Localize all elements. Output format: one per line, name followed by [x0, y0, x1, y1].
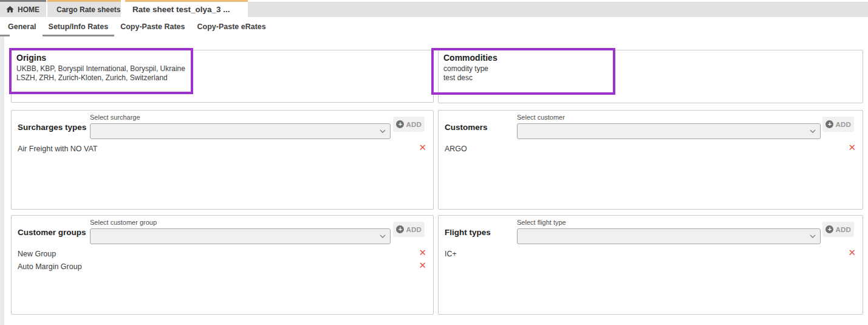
tab-label: HOME [18, 5, 39, 14]
panel-title: Surcharges types [18, 123, 86, 132]
select-label: Select customer group [90, 219, 157, 226]
add-button-label: ADD [835, 121, 851, 128]
customers-panel: Customers Select customer + ADD ARGO✕ [438, 110, 863, 210]
panel-title: Customers [445, 123, 488, 132]
customer-groups-panel: Customer groups Select customer group + … [11, 215, 434, 315]
tab-rate-sheet-test[interactable]: Rate sheet test_olya_3 ... [125, 0, 248, 17]
chevron-down-icon [810, 234, 816, 239]
commodity-row: test desc [443, 74, 488, 83]
list-item: New Group✕ [18, 247, 426, 260]
customers-list: ARGO✕ [445, 142, 856, 155]
add-surcharge-button[interactable]: + ADD [393, 117, 425, 132]
origins-title: Origins [16, 53, 46, 63]
item-label: ARGO [445, 145, 467, 153]
chevron-down-icon [380, 129, 386, 134]
list-item: Air Freight with NO VAT✕ [18, 142, 426, 155]
nav-copy-paste-rates[interactable]: Copy-Paste Rates [114, 19, 191, 36]
left-gutter [0, 35, 4, 325]
add-button-label: ADD [406, 226, 422, 233]
select-label: Select customer [517, 114, 565, 121]
chevron-down-icon [380, 234, 386, 239]
remove-icon[interactable]: ✕ [419, 142, 426, 153]
flight-types-list: IC+✕ [445, 247, 856, 260]
tab-label: Cargo Rate sheets [56, 5, 120, 14]
commodity-row: comodity type [443, 64, 488, 74]
surcharge-select[interactable] [90, 123, 391, 139]
item-label: Auto Margin Group [18, 262, 82, 271]
plus-circle-icon: + [396, 225, 404, 233]
select-label: Select flight type [517, 219, 566, 226]
nav-copy-paste-erates[interactable]: Copy-Paste eRates [191, 19, 272, 36]
remove-icon[interactable]: ✕ [419, 260, 426, 271]
nav-setup-info-rates[interactable]: Setup/Info Rates [43, 19, 115, 36]
select-label: Select surcharge [90, 114, 140, 121]
remove-icon[interactable]: ✕ [419, 247, 426, 258]
panel-title: Flight types [445, 228, 491, 237]
add-button-label: ADD [835, 226, 851, 233]
item-label: Air Freight with NO VAT [18, 145, 98, 153]
customer-select[interactable] [517, 123, 821, 139]
list-item: IC+✕ [445, 247, 856, 260]
flight-type-select[interactable] [517, 228, 821, 244]
chevron-down-icon [810, 129, 816, 134]
panel-title: Customer groups [18, 228, 86, 237]
home-icon [5, 5, 15, 14]
tab-cargo-rate-sheets[interactable]: Cargo Rate sheets [47, 0, 121, 17]
add-flight-type-button[interactable]: + ADD [822, 222, 854, 237]
window-tab-bar: HOME Cargo Rate sheets Rate sheet test_o… [0, 0, 868, 17]
customer-groups-list: New Group✕Auto Margin Group✕ [18, 247, 426, 273]
origin-row: UKBB, KBP, Boryspil International, Borys… [16, 64, 185, 74]
tab-bar-background [248, 2, 868, 17]
surcharges-types-panel: Surcharges types Select surcharge + ADD … [11, 110, 434, 210]
remove-icon[interactable]: ✕ [848, 142, 856, 153]
tab-label: Rate sheet test_olya_3 ... [132, 5, 230, 14]
commodities-title: Commodities [443, 53, 497, 63]
commodities-panel: Commodities comodity type test desc [438, 50, 863, 103]
origins-lines: UKBB, KBP, Boryspil International, Borys… [16, 64, 185, 83]
item-label: IC+ [445, 250, 457, 258]
add-customer-button[interactable]: + ADD [822, 117, 854, 132]
plus-circle-icon: + [825, 225, 833, 233]
plus-circle-icon: + [396, 120, 404, 128]
commodities-lines: comodity type test desc [443, 64, 488, 83]
section-nav: General Setup/Info Rates Copy-Paste Rate… [2, 19, 272, 36]
add-button-label: ADD [406, 121, 422, 128]
flight-types-panel: Flight types Select flight type + ADD IC… [438, 215, 863, 315]
left-gutter-cap [0, 35, 10, 36]
list-item: Auto Margin Group✕ [18, 260, 426, 273]
plus-circle-icon: + [825, 120, 833, 128]
customer-group-select[interactable] [90, 228, 391, 244]
item-label: New Group [18, 250, 56, 258]
remove-icon[interactable]: ✕ [848, 247, 856, 258]
tab-home[interactable]: HOME [0, 0, 46, 17]
origin-row: LSZH, ZRH, Zurich-Kloten, Zurich, Switze… [16, 74, 185, 83]
list-item: ARGO✕ [445, 142, 856, 155]
add-customer-group-button[interactable]: + ADD [393, 222, 425, 237]
surcharges-list: Air Freight with NO VAT✕ [18, 142, 426, 155]
nav-general[interactable]: General [2, 19, 43, 36]
origins-panel: Origins UKBB, KBP, Boryspil Internationa… [11, 50, 434, 103]
